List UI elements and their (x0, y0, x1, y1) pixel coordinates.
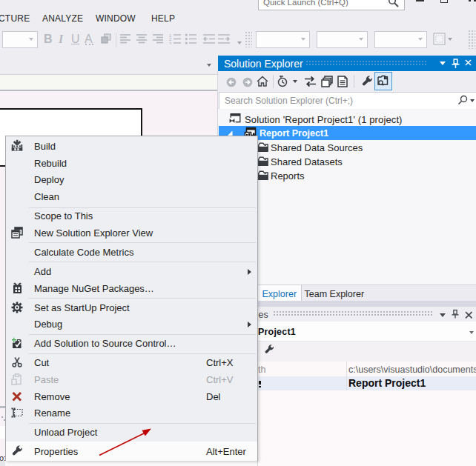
svg-text:3: 3 (169, 41, 172, 45)
